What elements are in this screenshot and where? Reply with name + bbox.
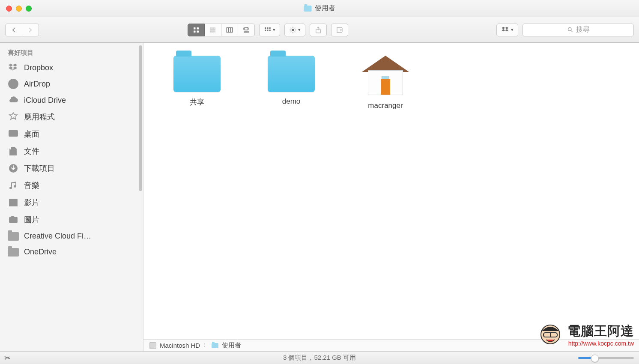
path-segment[interactable]: Macintosh HD <box>160 342 200 349</box>
status-text: 3 個項目，52.21 GB 可用 <box>283 354 356 362</box>
status-bar: ✂ 3 個項目，52.21 GB 可用 <box>0 351 639 364</box>
sidebar-item-icloud[interactable]: iCloud Drive <box>0 92 143 108</box>
list-view-button[interactable] <box>205 24 221 36</box>
tags-button[interactable] <box>331 24 348 36</box>
file-item-label: 共享 <box>190 97 204 107</box>
svg-rect-43 <box>12 216 14 218</box>
pictures-icon <box>8 215 19 224</box>
file-item-shared[interactable]: 共享 <box>165 56 229 110</box>
applications-icon <box>8 112 19 122</box>
sidebar-item-label: 圖片 <box>24 215 39 225</box>
svg-line-25 <box>571 30 572 32</box>
chevron-down-icon: ▾ <box>511 27 514 33</box>
folder-icon <box>304 6 312 12</box>
music-icon <box>8 181 19 190</box>
chevron-down-icon: ▾ <box>298 27 301 33</box>
sidebar-item-label: 應用程式 <box>24 112 55 122</box>
quick-actions-icon[interactable]: ✂ <box>4 353 11 363</box>
sidebar-item-label: 影片 <box>24 197 39 208</box>
arrange-button[interactable]: ▾ <box>259 24 280 36</box>
file-item-macranger[interactable]: macranger <box>353 56 418 110</box>
icon-grid: 共享 demo macranger <box>143 43 639 123</box>
svg-point-23 <box>340 29 341 30</box>
desktop-icon <box>8 129 19 139</box>
minimize-button[interactable] <box>16 6 22 12</box>
sidebar-item-creative-cloud[interactable]: Creative Cloud Fi… <box>0 228 143 244</box>
sidebar-item-label: OneDrive <box>24 248 57 257</box>
sidebar-scrollbar[interactable] <box>139 45 142 191</box>
sidebar-item-label: 音樂 <box>24 180 39 191</box>
search-field[interactable]: 搜尋 <box>523 24 634 36</box>
close-button[interactable] <box>6 6 12 12</box>
svg-rect-0 <box>194 27 196 30</box>
svg-rect-3 <box>197 30 199 33</box>
back-button[interactable] <box>5 24 22 36</box>
svg-rect-17 <box>269 27 270 29</box>
sidebar-item-dropbox[interactable]: Dropbox <box>0 60 143 76</box>
sidebar-item-music[interactable]: 音樂 <box>0 177 143 194</box>
coverflow-view-button[interactable] <box>238 24 255 36</box>
action-button[interactable]: ▾ <box>284 24 305 36</box>
svg-rect-18 <box>265 30 266 31</box>
svg-rect-29 <box>9 131 18 136</box>
movies-icon <box>8 198 19 207</box>
nav-group <box>5 24 39 36</box>
svg-point-21 <box>292 29 294 31</box>
sidebar-item-pictures[interactable]: 圖片 <box>0 211 143 228</box>
content-area: 共享 demo macranger Macintosh HD 〉 <box>143 43 639 351</box>
file-item-demo[interactable]: demo <box>259 56 323 110</box>
window-title: 使用者 <box>304 4 335 13</box>
path-segment[interactable]: 使用者 <box>222 341 241 349</box>
icon-size-slider[interactable] <box>578 357 634 359</box>
search-placeholder: 搜尋 <box>576 25 590 34</box>
chevron-right-icon: 〉 <box>203 342 208 349</box>
folder-icon <box>268 56 315 92</box>
svg-rect-7 <box>227 27 233 32</box>
sidebar-item-applications[interactable]: 應用程式 <box>0 108 143 125</box>
sidebar-item-label: AirDrop <box>24 80 50 89</box>
folder-icon <box>212 343 218 348</box>
sidebar-item-downloads[interactable]: 下載項目 <box>0 160 143 177</box>
svg-rect-19 <box>267 30 268 31</box>
svg-rect-20 <box>269 30 270 31</box>
svg-point-24 <box>568 28 571 31</box>
file-item-label: macranger <box>368 101 403 110</box>
view-group <box>188 24 255 36</box>
sidebar-item-movies[interactable]: 影片 <box>0 194 143 211</box>
share-button[interactable] <box>310 24 327 36</box>
sidebar-item-desktop[interactable]: 桌面 <box>0 125 143 143</box>
window-controls <box>0 6 32 12</box>
documents-icon <box>8 146 19 156</box>
sidebar-item-onedrive[interactable]: OneDrive <box>0 244 143 260</box>
sidebar-item-label: iCloud Drive <box>24 96 66 105</box>
icon-view-button[interactable] <box>188 24 205 36</box>
dropbox-icon <box>8 63 19 72</box>
dropbox-button[interactable]: ▾ <box>496 24 518 36</box>
column-view-button[interactable] <box>221 24 238 36</box>
svg-rect-15 <box>265 27 266 29</box>
svg-point-28 <box>9 79 18 89</box>
svg-rect-16 <box>267 27 268 29</box>
window-title-text: 使用者 <box>315 4 335 13</box>
sidebar-item-documents[interactable]: 文件 <box>0 143 143 160</box>
folder-icon <box>8 248 19 257</box>
maximize-button[interactable] <box>26 6 32 12</box>
chevron-down-icon: ▾ <box>273 27 275 33</box>
sidebar-item-label: 文件 <box>24 146 39 156</box>
sidebar-item-label: Dropbox <box>24 63 53 72</box>
titlebar: 使用者 <box>0 0 639 17</box>
search-icon <box>567 27 573 33</box>
watermark-title: 電腦王阿達 <box>567 322 634 340</box>
svg-rect-10 <box>245 27 248 30</box>
sidebar-item-airdrop[interactable]: AirDrop <box>0 76 143 92</box>
folder-icon <box>173 56 221 92</box>
svg-point-42 <box>12 218 15 221</box>
folder-icon <box>8 232 19 241</box>
forward-button[interactable] <box>22 24 39 36</box>
svg-rect-1 <box>197 27 199 30</box>
disk-icon <box>149 342 156 349</box>
sidebar-item-label: 桌面 <box>24 129 39 139</box>
sidebar-item-label: Creative Cloud Fi… <box>24 232 91 241</box>
svg-rect-2 <box>194 30 196 33</box>
sidebar: 喜好項目 Dropbox AirDrop iCloud Drive 應用程式 桌… <box>0 43 143 351</box>
